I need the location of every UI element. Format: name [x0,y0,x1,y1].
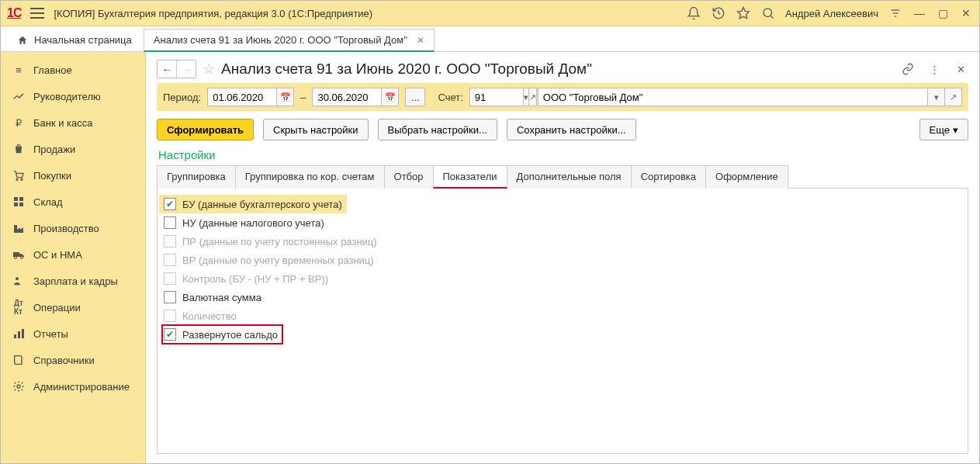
svg-rect-11 [19,203,23,206]
tab-close-icon[interactable]: ✕ [417,35,424,46]
tab-active-label: Анализ счета 91 за Июнь 2020 г. ООО "Тор… [154,34,407,46]
nav-forward[interactable]: → [176,61,196,78]
account-label: Счет: [438,92,462,103]
book-icon [12,353,26,367]
checkbox[interactable] [164,291,176,303]
app-window: 1C [КОПИЯ] Бухгалтерия предприятия, реда… [0,0,980,464]
sidebar-item-production[interactable]: Производство [1,215,145,241]
date-to-input[interactable] [312,88,382,106]
indicator-label: Валютная сумма [182,292,261,303]
sidebar-item-manager[interactable]: Руководителю [1,83,145,109]
svg-rect-16 [14,334,16,338]
org-input[interactable] [538,88,928,106]
settings-tab[interactable]: Сортировка [631,165,706,189]
main: ← → ☆ Анализ счета 91 за Июнь 2020 г. ОО… [146,52,979,463]
tab-home-label: Начальная страница [34,34,132,46]
svg-point-13 [15,257,17,259]
star-icon[interactable] [736,5,751,21]
truck-icon [12,248,26,261]
bag-icon [12,142,26,156]
sidebar-item-bank[interactable]: ₽Банк и касса [1,109,145,136]
date-from-input[interactable] [207,88,277,106]
sidebar-item-warehouse[interactable]: Склад [1,189,145,215]
settings-title: Настройки [158,148,968,161]
calendar-icon[interactable]: 📅 [277,88,294,106]
dash: – [300,92,306,103]
indicator-label: БУ (данные бухгалтерского учета) [182,199,342,210]
sidebar-item-sales[interactable]: Продажи [1,136,145,162]
calendar-icon[interactable]: 📅 [382,88,399,106]
account-input[interactable] [469,88,524,106]
settings-tabs: ГруппировкаГруппировка по кор. счетамОтб… [157,164,968,189]
dropdown-icon[interactable]: ▾ [928,88,945,106]
sidebar-item-directories[interactable]: Справочники [1,347,145,373]
minimize-button[interactable]: — [912,7,926,19]
factory-icon [12,221,26,235]
indicator-row[interactable]: БУ (данные бухгалтерского учета) [159,195,347,213]
page-header: ← → ☆ Анализ счета 91 за Июнь 2020 г. ОО… [157,57,968,83]
sidebar-item-label: Производство [33,223,99,234]
checkbox[interactable] [164,328,176,341]
sidebar-item-label: Главное [33,64,72,76]
svg-rect-8 [14,197,18,201]
history-icon[interactable] [711,5,726,21]
user-name[interactable]: Андрей Алексеевич [785,8,878,19]
settings-tab[interactable]: Оформление [705,165,788,189]
dropdown-icon[interactable]: ▾ [524,88,529,106]
filter-icon[interactable] [888,5,903,21]
svg-point-6 [16,178,18,180]
boxes-icon [12,195,26,209]
save-settings-button[interactable]: Сохранить настройки... [507,119,636,140]
settings-tab[interactable]: Показатели [433,165,507,189]
open-icon[interactable]: ↗ [945,88,962,106]
gear-icon [12,379,26,393]
search-icon[interactable] [760,5,776,21]
more-icon[interactable]: ⋮ [926,61,942,77]
sidebar-item-operations[interactable]: ДтКтОперации [1,294,145,320]
bell-icon[interactable] [686,5,701,21]
svg-point-1 [764,9,772,17]
tab-active[interactable]: Анализ счета 91 за Июнь 2020 г. ООО "Тор… [144,29,435,52]
sidebar-item-admin[interactable]: Администрирование [1,373,145,400]
settings-tab[interactable]: Дополнительные поля [507,165,632,189]
sidebar-item-label: Банк и касса [33,117,93,129]
settings-tab[interactable]: Группировка по кор. счетам [235,165,385,189]
settings-body: БУ (данные бухгалтерского учета)НУ (данн… [157,189,968,454]
sidebar-item-purchases[interactable]: Покупки [1,162,145,189]
checkbox[interactable] [164,198,176,210]
settings-tab[interactable]: Группировка [157,165,236,189]
menu-icon[interactable] [30,8,44,19]
indicator-row[interactable]: Развернутое сальдо [162,325,282,344]
hide-settings-button[interactable]: Скрыть настройки [263,119,369,140]
period-picker-button[interactable]: ... [405,88,425,106]
tabs-row: Начальная страница Анализ счета 91 за Ию… [1,26,979,52]
settings-tab[interactable]: Отбор [384,165,434,189]
checkbox[interactable] [164,216,176,229]
sidebar-item-main[interactable]: ≡Главное [1,57,145,83]
home-icon [17,35,28,46]
sidebar-item-reports[interactable]: Отчеты [1,320,145,347]
indicator-label: Количество [182,310,237,322]
people-icon [12,274,26,288]
page-close-icon[interactable]: ✕ [953,61,968,77]
sidebar-item-label: ОС и НМА [33,249,82,261]
app-logo: 1C [7,6,21,20]
open-icon[interactable]: ↗ [529,88,537,106]
svg-rect-18 [22,329,24,338]
nav-back[interactable]: ← [158,61,176,78]
sidebar-item-assets[interactable]: ОС и НМА [1,241,145,268]
link-icon[interactable] [900,61,916,77]
ops-icon: ДтКт [12,300,26,314]
select-settings-button[interactable]: Выбрать настройки... [378,119,497,140]
indicator-row: Контроль (БУ - (НУ + ПР + ВР)) [162,269,963,288]
sidebar-item-salary[interactable]: Зарплата и кадры [1,268,145,294]
maximize-button[interactable]: ▢ [936,7,950,19]
generate-button[interactable]: Сформировать [157,119,254,140]
favorite-star-icon[interactable]: ☆ [203,61,215,78]
indicator-row[interactable]: НУ (данные налогового учета) [162,213,963,232]
tab-home[interactable]: Начальная страница [5,29,144,51]
checkbox [164,272,176,285]
more-button[interactable]: Еще ▾ [919,119,968,140]
close-button[interactable]: ✕ [959,7,973,19]
indicator-row[interactable]: Валютная сумма [162,288,963,306]
